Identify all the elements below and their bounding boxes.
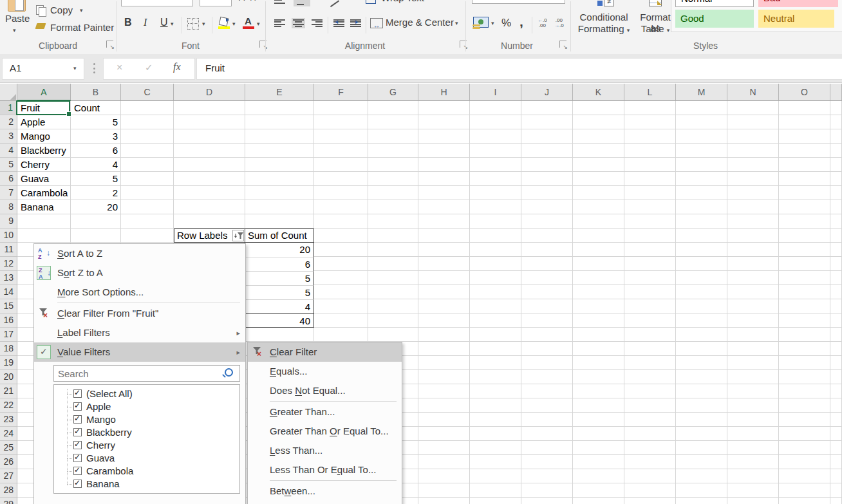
menu-item-clear-filter-from-fruit[interactable]: ×Clear Filter From "Fruit"	[34, 304, 245, 323]
cell-A5[interactable]: Cherry	[17, 158, 71, 172]
menu-item-greater-than-or-equal-to[interactable]: Greater Than Or Equal To...	[248, 422, 402, 441]
checkbox-carambola[interactable]: ✓	[73, 467, 82, 475]
cell-A3[interactable]: Mango	[17, 129, 71, 144]
checkbox-mango[interactable]: ✓	[73, 415, 82, 424]
cell-B5[interactable]: 4	[71, 158, 121, 172]
cell-A1[interactable]: Fruit	[17, 101, 71, 115]
number-dialog-launcher[interactable]	[559, 41, 566, 48]
font-size-box[interactable]: 10	[200, 0, 232, 6]
checkbox-item-mango[interactable]: ✓Mango	[54, 413, 239, 426]
name-box-dropdown-arrow[interactable]: ▾	[73, 65, 77, 71]
menu-item-between[interactable]: Between...	[248, 481, 402, 501]
cell-B6[interactable]: 5	[71, 172, 121, 186]
menu-item-clear-filter[interactable]: ×Clear Filter	[248, 342, 402, 362]
menu-item-greater-than[interactable]: Greater Than...	[248, 402, 402, 422]
pivot-value-2[interactable]: 6	[245, 257, 314, 271]
cell-B4[interactable]: 6	[71, 144, 121, 158]
align-left-icon[interactable]	[274, 19, 285, 27]
pivot-row-labels-header[interactable]: Row Labels	[174, 229, 245, 243]
cell-B3[interactable]: 3	[71, 129, 121, 144]
paste-dropdown-arrow[interactable]: ▾	[13, 27, 16, 33]
row-header-7[interactable]: 7	[0, 186, 17, 200]
merge-center-label[interactable]: Merge & Center	[386, 17, 454, 28]
align-center-icon[interactable]	[292, 18, 305, 28]
row-header-24[interactable]: 24	[0, 427, 17, 441]
row-header-20[interactable]: 20	[0, 370, 17, 384]
cell-A8[interactable]: Banana	[17, 200, 71, 214]
column-header-partial[interactable]	[830, 84, 842, 101]
row-header-15[interactable]: 15	[0, 299, 17, 313]
column-header-I[interactable]: I	[470, 84, 521, 101]
underline-button[interactable]: U	[160, 17, 168, 28]
merge-center-icon[interactable]: ↔	[370, 18, 383, 28]
cell-style-good[interactable]: Good	[675, 10, 754, 28]
pivot-value-3[interactable]: 5	[245, 271, 314, 285]
row-header-12[interactable]: 12	[0, 257, 17, 271]
cell-style-bad[interactable]: Bad	[758, 0, 838, 7]
row-header-28[interactable]: 28	[0, 483, 17, 498]
pivot-values-header[interactable]: Sum of Count	[245, 229, 314, 243]
menu-item-sort-z-to-a[interactable]: ZA↓Sort Z to A	[34, 263, 245, 283]
row-header-1[interactable]: 1	[0, 101, 17, 115]
row-header-3[interactable]: 3	[0, 129, 17, 144]
column-header-E[interactable]: E	[245, 84, 314, 101]
checkbox-banana[interactable]: ✓	[73, 480, 82, 488]
grow-font-icon[interactable]: A	[239, 0, 245, 3]
cell-B7[interactable]: 2	[71, 186, 121, 200]
underline-dropdown-arrow[interactable]: ▾	[171, 21, 174, 27]
row-header-9[interactable]: 9	[0, 214, 17, 229]
paste-button[interactable]: Paste ▾	[5, 0, 31, 37]
row-header-11[interactable]: 11	[0, 243, 17, 257]
row-header-21[interactable]: 21	[0, 384, 17, 398]
cancel-icon[interactable]: ×	[117, 62, 122, 73]
wrap-text-icon[interactable]	[366, 0, 376, 4]
filter-search-input[interactable]	[55, 366, 219, 381]
cell-B1[interactable]: Count	[71, 101, 121, 115]
column-header-C[interactable]: C	[121, 84, 174, 101]
pivot-filter-button[interactable]	[232, 230, 244, 241]
borders-button[interactable]	[187, 18, 199, 30]
column-header-D[interactable]: D	[174, 84, 245, 101]
row-header-8[interactable]: 8	[0, 200, 17, 214]
fill-color-button[interactable]	[218, 17, 230, 30]
cell-style-normal[interactable]: Normal	[675, 0, 754, 7]
row-header-2[interactable]: 2	[0, 115, 17, 129]
top-align-icon[interactable]	[274, 0, 285, 4]
column-header-L[interactable]: L	[624, 84, 676, 101]
format-as-table-button[interactable]: Format as Table ▾	[635, 0, 676, 37]
menu-item-less-than-or-equal-to[interactable]: Less Than Or Equal To...	[248, 460, 402, 480]
column-header-M[interactable]: M	[676, 84, 727, 101]
column-header-A[interactable]: A	[17, 84, 71, 101]
shrink-font-icon[interactable]: A	[250, 0, 256, 3]
row-header-4[interactable]: 4	[0, 144, 17, 158]
cell-A7[interactable]: Carambola	[17, 186, 71, 200]
menu-item-sort-a-to-z[interactable]: AZ↓Sort A to Z	[34, 244, 245, 263]
font-name-box[interactable]: Arial	[121, 0, 193, 6]
checkbox-blackberry[interactable]: ✓	[73, 428, 82, 436]
column-header-O[interactable]: O	[779, 84, 830, 101]
menu-item-more-sort-options[interactable]: More Sort Options...	[34, 283, 245, 302]
cell-A2[interactable]: Apple	[17, 115, 71, 129]
accounting-format-icon[interactable]	[473, 17, 489, 28]
row-header-29[interactable]: 29	[0, 498, 17, 504]
conditional-formatting-button[interactable]: ≠ Conditional Formatting ▾	[575, 0, 632, 37]
decrease-decimal-button[interactable]: .00→.0	[554, 18, 564, 28]
row-header-22[interactable]: 22	[0, 398, 17, 413]
row-header-19[interactable]: 19	[0, 356, 17, 370]
checkbox-item-select-all[interactable]: ✓(Select All)	[54, 387, 239, 400]
font-color-button[interactable]: A	[243, 15, 254, 30]
select-all-corner[interactable]	[0, 84, 17, 101]
row-header-18[interactable]: 18	[0, 342, 17, 356]
increase-decimal-button[interactable]: ←.0.00	[538, 18, 547, 28]
pivot-value-5[interactable]: 4	[245, 299, 314, 313]
row-header-6[interactable]: 6	[0, 172, 17, 186]
cell-style-neutral[interactable]: Neutral	[758, 10, 834, 28]
formula-bar-resizer[interactable]	[93, 63, 95, 73]
checkbox-cherry[interactable]: ✓	[73, 441, 82, 449]
column-header-H[interactable]: H	[418, 84, 470, 101]
row-header-14[interactable]: 14	[0, 285, 17, 299]
name-box[interactable]: A1 ▾	[2, 58, 84, 80]
checkbox-item-guava[interactable]: ✓Guava	[54, 452, 239, 465]
orientation-icon[interactable]	[325, 0, 339, 7]
insert-function-icon[interactable]: fx	[173, 61, 181, 73]
